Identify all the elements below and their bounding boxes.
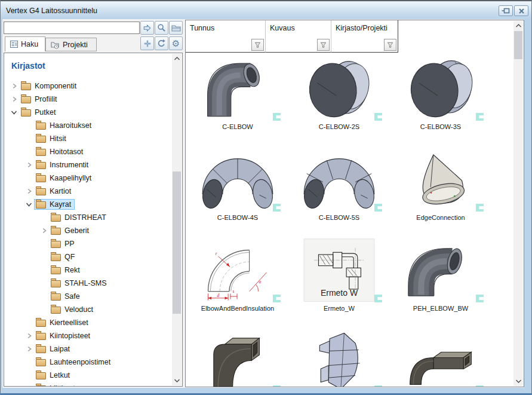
grid-item-c-elbow-4s[interactable]: C-ELBOW-4S — [187, 146, 288, 237]
tree-item-label: DISTRHEAT — [64, 213, 106, 222]
tree-item-liittimet[interactable]: Liittimet — [4, 382, 172, 387]
grid-item[interactable] — [187, 327, 288, 387]
thumb-c-elbow-5s — [294, 147, 384, 214]
grid-item-edgeconnection[interactable]: EdgeConnection — [390, 146, 491, 237]
grid-item-c-elbow-5s[interactable]: C-ELBOW-5S — [288, 146, 390, 237]
tree-item-haaroitukset[interactable]: Haaroitukset — [4, 119, 172, 132]
folder-icon — [36, 188, 46, 195]
scroll-up-icon[interactable] — [172, 54, 182, 63]
grid-item-label: C-ELBOW-5S — [288, 214, 390, 221]
tree-item-qf[interactable]: QF — [4, 250, 172, 264]
tree-item-safe[interactable]: Safe — [4, 290, 172, 303]
tree-item-putket[interactable]: Putket — [4, 106, 172, 119]
filter-kirjasto-button[interactable] — [384, 39, 396, 51]
refresh-button[interactable] — [155, 36, 168, 50]
chevron-right-icon[interactable] — [9, 96, 19, 102]
arrow-go-icon — [143, 24, 152, 32]
tree-item-kiintopisteet[interactable]: Kiintopisteet — [4, 329, 172, 342]
settings-button[interactable]: ⚙ — [169, 36, 183, 50]
tab-projekti[interactable]: Projekti — [45, 38, 97, 51]
tree-item-instrumentit[interactable]: Instrumentit — [4, 158, 172, 172]
tree-item-kaapelihyllyt[interactable]: Kaapelihyllyt — [4, 172, 172, 185]
tree-item-letkut[interactable]: Letkut — [4, 369, 172, 382]
tree-node: Kaapelihyllyt — [34, 173, 95, 183]
close-icon — [518, 8, 525, 14]
column-header-kuvaus[interactable]: Kuvaus — [266, 20, 331, 53]
tree-item-hitsit[interactable]: Hitsit — [4, 132, 172, 145]
tree-item-kayrat[interactable]: Kayrat — [4, 198, 172, 211]
tree-item-profiilit[interactable]: Profiilit — [4, 93, 172, 106]
grid-item-c-elbow-3s[interactable]: C-ELBOW-3S — [390, 55, 491, 146]
scroll-down-icon[interactable] — [172, 376, 182, 385]
tree-node: Safe — [49, 291, 84, 302]
tree-item-label: Liittimet — [50, 384, 75, 387]
tree-item-label: Letkut — [50, 371, 70, 379]
tab-haku[interactable]: Haku — [5, 36, 45, 51]
chevron-right-icon[interactable] — [24, 346, 34, 352]
column-header-kirjasto[interactable]: Kirjasto/Projekti — [331, 20, 398, 53]
tree-node: Laipat — [34, 344, 73, 354]
component-badge-icon — [272, 294, 281, 303]
search-input[interactable] — [4, 22, 140, 34]
component-grid-panel: Tunnus Kuvaus Kirjasto/Projekti — [185, 20, 524, 387]
tree-item-geberit[interactable]: Geberit — [4, 224, 172, 237]
grid-item[interactable] — [288, 327, 390, 387]
scrollbar-thumb[interactable] — [514, 31, 522, 59]
tree-item-pp[interactable]: PP — [4, 237, 172, 250]
close-window-button[interactable] — [514, 5, 528, 16]
pin-window-button[interactable] — [499, 5, 513, 16]
grid-item[interactable] — [390, 327, 491, 387]
chevron-right-icon[interactable] — [24, 162, 34, 168]
tree-item-label: PP — [64, 240, 75, 248]
scrollbar-thumb[interactable] — [173, 172, 181, 314]
tree-item-kierteelliset[interactable]: Kierteelliset — [4, 316, 172, 329]
component-grid: C-ELBOWC-ELBOW-2SC-ELBOW-3SC-ELBOW-4SC-E… — [187, 55, 494, 387]
tree-item-distrheat[interactable]: DISTRHEAT — [4, 211, 172, 224]
grid-item-c-elbow-2s[interactable]: C-ELBOW-2S — [288, 55, 390, 146]
tree-item-komponentit[interactable]: Komponentit — [4, 79, 172, 93]
gear-icon: ⚙ — [172, 39, 180, 48]
grid-item-elbowandbendinsulation[interactable]: ElbowAndBendInsulation — [187, 237, 288, 327]
chevron-right-icon[interactable] — [24, 385, 34, 387]
tree-item-label: Rekt — [64, 266, 80, 274]
grid-item-peh-elbow-bw[interactable]: PEH_ELBOW_BW — [390, 237, 491, 327]
thumb-c-elbow — [193, 56, 282, 123]
add-button[interactable] — [140, 36, 154, 50]
tree-item-rekt[interactable]: Rekt — [4, 264, 172, 277]
chevron-right-icon[interactable] — [9, 83, 19, 89]
scroll-down-icon[interactable] — [513, 376, 523, 386]
filter-kuvaus-button[interactable] — [317, 39, 330, 51]
scroll-up-icon[interactable] — [513, 21, 523, 30]
filter-tunnus-button[interactable] — [251, 39, 264, 51]
chevron-right-icon[interactable] — [24, 188, 34, 194]
chevron-right-icon[interactable] — [24, 333, 34, 339]
tree-node: Kiintopisteet — [34, 330, 94, 341]
grid-item-ermeto-w[interactable]: Ermeto WErmeto_W — [288, 237, 390, 327]
window-title: Vertex G4 Laitossuunnittelu — [6, 7, 97, 15]
tree-item-veloduct[interactable]: Veloduct — [4, 303, 172, 316]
chevron-right-icon[interactable] — [39, 228, 49, 234]
grid-scrollbar[interactable] — [513, 21, 523, 386]
tree-item-laipat[interactable]: Laipat — [4, 342, 172, 356]
grid-item-label: EdgeConnection — [390, 214, 491, 221]
tree-item-lauhteenpoistimet[interactable]: Lauhteenpoistimet — [4, 356, 172, 369]
chevron-down-icon[interactable] — [9, 109, 19, 115]
column-header-tunnus[interactable]: Tunnus — [186, 20, 266, 53]
tree-scrollbar[interactable] — [172, 54, 182, 385]
tree-item-hoitotasot[interactable]: Hoitotasot — [4, 145, 172, 158]
tree-item-stahl-sms[interactable]: STAHL-SMS — [4, 277, 172, 290]
window-titlebar: Vertex G4 Laitossuunnittelu — [0, 0, 532, 19]
tree-item-kartiot[interactable]: Kartiot — [4, 185, 172, 198]
go-button[interactable] — [140, 21, 154, 35]
tree-node: Liittimet — [34, 383, 79, 387]
search-button[interactable] — [155, 21, 168, 35]
tree-item-label: Kierteelliset — [50, 319, 88, 327]
folder-icon — [36, 136, 46, 143]
open-library-button[interactable] — [169, 21, 183, 35]
folder-icon — [36, 175, 46, 182]
tree-node: QF — [49, 252, 78, 262]
grid-item-c-elbow[interactable]: C-ELBOW — [187, 55, 288, 146]
chevron-down-icon[interactable] — [24, 201, 34, 207]
grid-item-label: C-ELBOW-4S — [187, 214, 288, 221]
tree-item-label: Kayrat — [50, 200, 71, 209]
